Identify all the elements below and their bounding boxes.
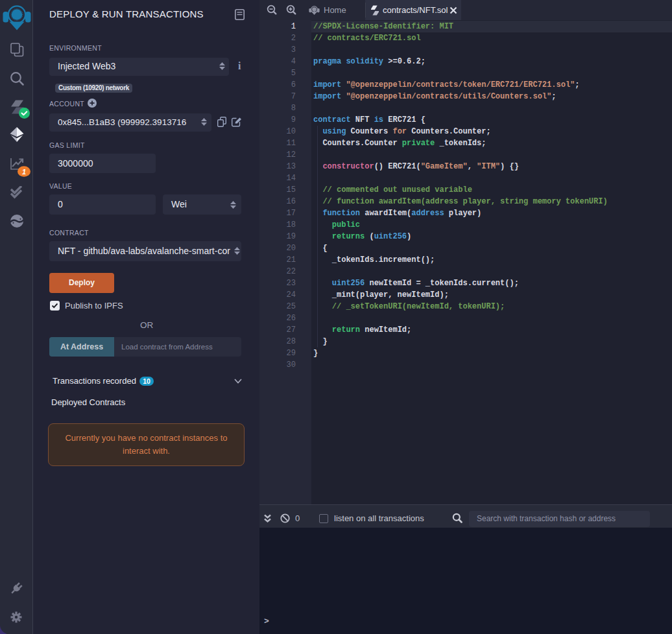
svg-text:1: 1 bbox=[22, 168, 26, 176]
